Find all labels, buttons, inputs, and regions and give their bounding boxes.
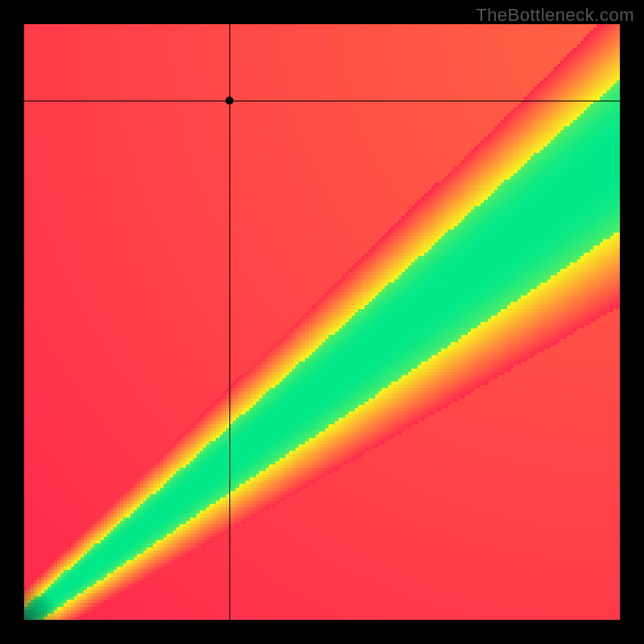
marker-dot [225, 97, 233, 105]
crosshair-vertical [229, 24, 230, 620]
chart-container: TheBottleneck.com [0, 0, 644, 644]
heatmap-canvas [24, 24, 620, 620]
crosshair-horizontal [24, 101, 620, 101]
watermark-text: TheBottleneck.com [476, 5, 634, 26]
plot-area [24, 24, 620, 620]
